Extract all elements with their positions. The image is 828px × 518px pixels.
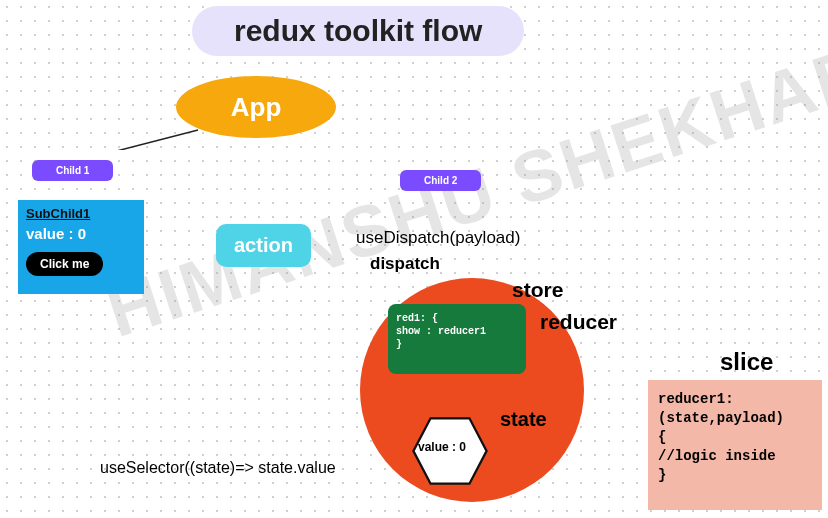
slice-code-box: reducer1: (state,payload) { //logic insi…	[648, 380, 822, 510]
click-me-button[interactable]: Click me	[26, 252, 103, 276]
reducer-code-box: red1: { show : reducer1 }	[388, 304, 526, 374]
app-node: App	[176, 76, 336, 138]
use-selector-label: useSelector((state)=> state.value	[100, 458, 336, 478]
subchild-node: SubChild1 value : 0 Click me	[18, 200, 144, 294]
subchild-title: SubChild1	[26, 206, 136, 221]
state-label: state	[500, 408, 547, 431]
child1-node: Child 1	[32, 160, 113, 181]
subchild-value: value : 0	[26, 225, 136, 242]
diagram-title: redux toolkit flow	[192, 6, 524, 56]
child2-node: Child 2	[400, 170, 481, 191]
use-dispatch-label: useDispatch(payload)	[356, 228, 520, 248]
app-label: App	[231, 92, 282, 123]
dispatch-label: dispatch	[370, 254, 440, 274]
slice-label: slice	[720, 348, 773, 376]
action-node: action	[216, 224, 311, 267]
reducer-label: reducer	[540, 310, 617, 334]
state-value: value : 0	[418, 440, 466, 454]
store-label: store	[512, 278, 563, 302]
